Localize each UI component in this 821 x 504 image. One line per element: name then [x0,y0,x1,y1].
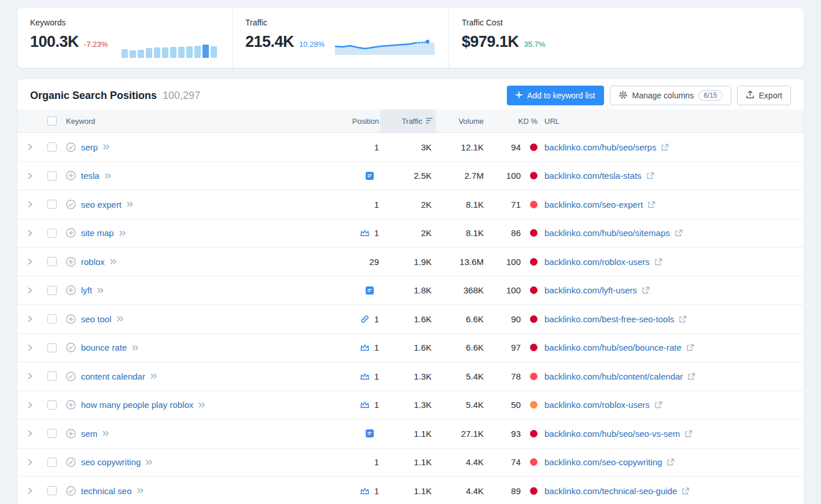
expand-row-button[interactable] [25,313,35,325]
row-checkbox[interactable] [47,229,57,238]
serp-double-chevron-icon[interactable] [137,488,144,494]
url-link[interactable]: backlinko.com/seo-expert [544,200,643,209]
serp-double-chevron-icon[interactable] [146,459,153,465]
external-link-icon[interactable] [682,487,690,495]
expand-row-button[interactable] [25,256,35,267]
plus-circle-icon[interactable] [66,400,76,410]
row-checkbox[interactable] [47,286,57,295]
row-checkbox[interactable] [47,429,57,438]
plus-circle-icon[interactable] [66,429,76,439]
column-header-position[interactable]: Position [314,109,380,133]
column-header-volume[interactable]: Volume [436,109,489,133]
url-link[interactable]: backlinko.com/technical-seo-guide [544,486,677,496]
url-link[interactable]: backlinko.com/roblox-users [544,400,650,410]
expand-row-button[interactable] [25,342,35,354]
external-link-icon[interactable] [646,172,654,179]
external-link-icon[interactable] [654,401,662,409]
column-header-keyword[interactable]: Keyword [66,109,314,133]
row-checkbox[interactable] [47,142,57,152]
row-checkbox[interactable] [47,371,57,381]
url-link[interactable]: backlinko.com/hub/seo/bounce-rate [544,343,682,352]
expand-row-button[interactable] [25,399,35,411]
plus-circle-icon[interactable] [66,228,76,238]
expand-row-button[interactable] [25,198,35,210]
keyword-link[interactable]: technical seo [81,486,132,496]
check-circle-icon[interactable] [66,486,76,496]
url-link[interactable]: backlinko.com/hub/seo/serps [544,142,656,152]
serp-double-chevron-icon[interactable] [127,201,134,207]
manage-columns-button[interactable]: Manage columns 6/15 [610,86,731,105]
plus-circle-icon[interactable] [66,171,76,181]
row-checkbox[interactable] [47,486,57,495]
external-link-icon[interactable] [687,373,695,380]
keyword-link[interactable]: content calendar [81,371,145,381]
expand-row-button[interactable] [25,285,35,296]
row-checkbox[interactable] [47,257,57,266]
external-link-icon[interactable] [679,315,687,323]
keyword-link[interactable]: lyft [81,285,92,295]
url-link[interactable]: backlinko.com/best-free-seo-tools [544,314,674,324]
serp-double-chevron-icon[interactable] [97,288,104,293]
plus-circle-icon[interactable] [66,257,76,267]
url-link[interactable]: backlinko.com/seo-copywriting [544,457,662,467]
url-link[interactable]: backlinko.com/tesla-stats [544,171,642,181]
select-all-checkbox[interactable] [47,116,57,126]
plus-circle-icon[interactable] [66,314,76,324]
external-link-icon[interactable] [661,144,669,151]
expand-row-button[interactable] [25,428,35,439]
keyword-link[interactable]: seo expert [81,200,122,209]
external-link-icon[interactable] [647,201,656,208]
keyword-link[interactable]: serp [81,142,98,152]
keyword-link[interactable]: site map [81,228,114,238]
column-header-kd[interactable]: KD % [489,109,544,133]
keyword-link[interactable]: how many people play roblox [81,400,193,410]
keyword-link[interactable]: seo tool [81,314,112,324]
column-header-url[interactable]: URL [544,109,804,133]
row-checkbox[interactable] [47,200,57,209]
external-link-icon[interactable] [654,258,662,266]
serp-double-chevron-icon[interactable] [150,373,157,379]
serp-double-chevron-icon[interactable] [105,173,112,179]
serp-double-chevron-icon[interactable] [102,431,109,436]
keyword-link[interactable]: seo copywriting [81,457,141,467]
row-checkbox[interactable] [47,171,57,181]
check-circle-icon[interactable] [66,200,76,209]
expand-row-button[interactable] [25,457,35,468]
external-link-icon[interactable] [667,458,675,466]
row-checkbox[interactable] [47,458,57,467]
check-circle-icon[interactable] [66,142,76,152]
keyword-link[interactable]: bounce rate [81,343,127,352]
serp-double-chevron-icon[interactable] [103,144,110,150]
keyword-link[interactable]: sem [81,429,97,439]
serp-double-chevron-icon[interactable] [132,345,139,351]
keyword-link[interactable]: tesla [81,171,100,181]
url-link[interactable]: backlinko.com/roblox-users [544,257,650,267]
external-link-icon[interactable] [675,229,683,237]
external-link-icon[interactable] [686,344,694,351]
row-checkbox[interactable] [47,400,57,410]
serp-double-chevron-icon[interactable] [117,316,124,322]
url-link[interactable]: backlinko.com/lyft-users [544,285,637,295]
keyword-link[interactable]: roblox [81,257,105,267]
url-link[interactable]: backlinko.com/hub/content/calendar [544,371,683,381]
serp-double-chevron-icon[interactable] [119,230,126,236]
plus-circle-icon[interactable] [66,285,76,295]
serp-double-chevron-icon[interactable] [110,259,117,264]
check-circle-icon[interactable] [66,343,76,352]
expand-row-button[interactable] [25,141,35,153]
check-circle-icon[interactable] [66,457,76,467]
column-header-traffic[interactable]: Traffic [380,109,436,133]
expand-row-button[interactable] [25,485,35,496]
expand-row-button[interactable] [25,170,35,182]
export-button[interactable]: Export [737,86,791,105]
add-to-keyword-list-button[interactable]: Add to keyword list [507,86,604,105]
external-link-icon[interactable] [684,430,693,437]
url-link[interactable]: backlinko.com/hub/seo/sitemaps [544,228,670,238]
row-checkbox[interactable] [47,314,57,323]
check-circle-icon[interactable] [66,371,76,381]
row-checkbox[interactable] [47,343,57,352]
serp-double-chevron-icon[interactable] [198,402,205,408]
expand-row-button[interactable] [25,370,35,382]
url-link[interactable]: backlinko.com/hub/seo/seo-vs-sem [544,429,680,439]
expand-row-button[interactable] [25,227,35,239]
